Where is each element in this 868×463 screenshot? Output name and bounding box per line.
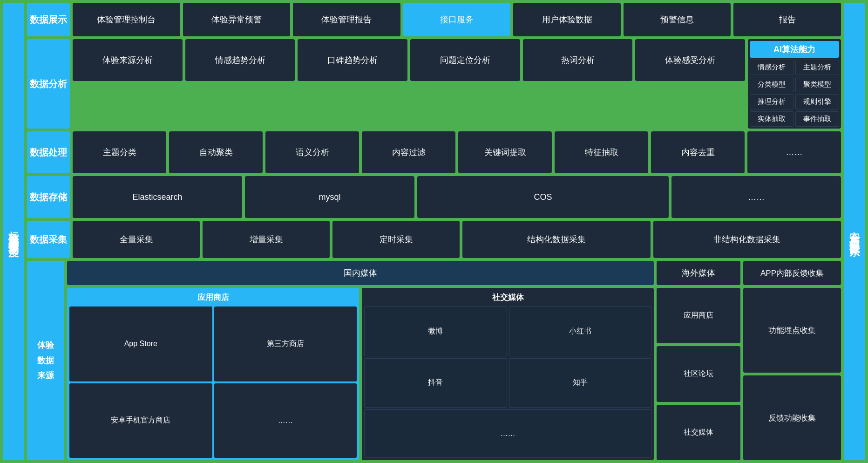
app-store-block: 应用商店 App Store 第三方商店 安卓手机官方商店 ……: [67, 288, 359, 460]
row-label-display: 数据展示: [27, 3, 70, 36]
social-item-1[interactable]: 小红书: [509, 306, 652, 356]
cell-incremental-collect[interactable]: 增量采集: [203, 221, 330, 258]
cell-warning-info[interactable]: 预警信息: [624, 3, 731, 36]
cell-user-experience-data[interactable]: 用户体验数据: [513, 3, 621, 36]
app-store-header: 应用商店: [69, 290, 357, 305]
cell-experience-alert[interactable]: 体验异常预警: [183, 3, 291, 36]
row-data-processing: 数据处理 主题分类 自动聚类 语义分析 内容过滤 关键词提取 特征抽取 内容去重…: [27, 131, 841, 173]
app-store-item-1[interactable]: 第三方商店: [214, 306, 357, 381]
ai-cell-classify[interactable]: 分类模型: [750, 77, 793, 92]
ai-cell-cluster[interactable]: 聚类模型: [795, 77, 839, 92]
cell-mysql[interactable]: mysql: [245, 176, 414, 218]
app-store-item-3[interactable]: ……: [214, 383, 357, 458]
cell-experience-sense[interactable]: 体验感受分析: [635, 39, 745, 81]
social-media-header: 社交媒体: [364, 290, 651, 305]
cell-issue-analysis[interactable]: 问题定位分析: [410, 39, 520, 81]
cell-elasticsearch[interactable]: Elasticsearch: [73, 176, 242, 218]
cell-source-analysis[interactable]: 体验来源分析: [73, 39, 183, 81]
cell-report[interactable]: 报告: [733, 3, 841, 36]
app-store-item-0[interactable]: App Store: [69, 306, 212, 381]
cell-experience-control[interactable]: 体验管理控制台: [73, 3, 180, 36]
cell-more-processing[interactable]: ……: [747, 131, 841, 173]
overseas-community[interactable]: 社区论坛: [657, 346, 740, 402]
cell-reputation-trend[interactable]: 口碑趋势分析: [298, 39, 407, 81]
cell-more-storage[interactable]: ……: [671, 176, 841, 218]
social-media-block: 社交媒体 微博 小红书 抖音 知乎 ……: [362, 288, 654, 460]
ai-cell-entity[interactable]: 实体抽取: [750, 111, 793, 127]
cell-experience-report[interactable]: 体验管理报告: [293, 3, 400, 36]
row-experience-source: 体验数据来源 国内媒体 海外媒体 APP内部反馈收集 应用商店 App Stor…: [27, 261, 841, 460]
feedback-collect[interactable]: 反馈功能收集: [743, 375, 841, 460]
cell-topic-classify[interactable]: 主题分类: [73, 131, 166, 173]
row-data-analysis: 数据分析 体验来源分析 情感趋势分析 口碑趋势分析 问题定位分析 热词分析 体验…: [27, 39, 841, 129]
ai-title: AI算法能力: [750, 41, 839, 58]
cell-scheduled-collect[interactable]: 定时采集: [332, 221, 460, 258]
cell-structured-collect[interactable]: 结构化数据采集: [462, 221, 651, 258]
social-item-2[interactable]: 抖音: [364, 358, 507, 408]
app-store-item-2[interactable]: 安卓手机官方商店: [69, 383, 212, 458]
cell-unstructured-collect[interactable]: 非结构化数据采集: [653, 221, 841, 258]
left-label: 标准规范与管理制度: [3, 3, 24, 460]
overseas-media-label: 海外媒体: [657, 261, 740, 285]
cell-full-collect[interactable]: 全量采集: [73, 221, 200, 258]
cell-keyword-extract[interactable]: 关键词提取: [458, 131, 552, 173]
cell-cos[interactable]: COS: [417, 176, 669, 218]
domestic-media-label: 国内媒体: [67, 261, 654, 285]
ai-cell-reasoning[interactable]: 推理分析: [750, 94, 793, 109]
ai-cell-topic[interactable]: 主题分析: [795, 60, 839, 75]
overseas-social[interactable]: 社交媒体: [657, 405, 740, 460]
cell-feature-extract[interactable]: 特征抽取: [555, 131, 648, 173]
far-right-block: 功能埋点收集 反馈功能收集: [743, 288, 841, 460]
ai-algorithm-block: AI算法能力 情感分析 主题分析 分类模型 聚类模型 推理分析 规则引擎 实体抽…: [748, 39, 841, 129]
row-data-collect: 数据采集 全量采集 增量采集 定时采集 结构化数据采集 非结构化数据采集: [27, 221, 841, 258]
ai-cell-event[interactable]: 事件抽取: [795, 111, 839, 127]
cell-content-filter[interactable]: 内容过滤: [362, 131, 455, 173]
ai-cell-sentiment[interactable]: 情感分析: [750, 60, 793, 75]
row-label-collect: 数据采集: [27, 221, 70, 258]
cell-api-service[interactable]: 接口服务: [403, 3, 511, 36]
ai-grid: 情感分析 主题分析 分类模型 聚类模型 推理分析 规则引擎 实体抽取 事件抽取: [750, 60, 839, 127]
cell-dedup[interactable]: 内容去重: [651, 131, 745, 173]
cell-semantic-analysis[interactable]: 语义分析: [265, 131, 359, 173]
social-item-4[interactable]: ……: [364, 409, 651, 458]
cell-hotword-analysis[interactable]: 热词分析: [523, 39, 633, 81]
app-feedback-label[interactable]: APP内部反馈收集: [743, 261, 841, 285]
overseas-right-block: 应用商店 社区论坛 社交媒体: [657, 288, 740, 460]
feature-collect[interactable]: 功能埋点收集: [743, 288, 841, 373]
ai-cell-rules[interactable]: 规则引擎: [795, 94, 839, 109]
social-item-0[interactable]: 微博: [364, 306, 507, 356]
row-data-storage: 数据存储 Elasticsearch mysql COS ……: [27, 176, 841, 218]
center-grid: 数据展示 体验管理控制台 体验异常预警 体验管理报告 接口服务 用户体验数据 预…: [27, 3, 841, 460]
row-label-processing: 数据处理: [27, 131, 70, 173]
cell-sentiment-trend[interactable]: 情感趋势分析: [185, 39, 295, 81]
right-label: 安全与运维保障体系: [844, 3, 865, 460]
cell-auto-cluster[interactable]: 自动聚类: [169, 131, 263, 173]
row-data-display: 数据展示 体验管理控制台 体验异常预警 体验管理报告 接口服务 用户体验数据 预…: [27, 3, 841, 36]
row-label-analysis: 数据分析: [27, 39, 70, 129]
row-label-storage: 数据存储: [27, 176, 70, 218]
row-label-source: 体验数据来源: [27, 261, 64, 460]
social-item-3[interactable]: 知乎: [509, 358, 652, 408]
overseas-app-store[interactable]: 应用商店: [657, 288, 740, 343]
